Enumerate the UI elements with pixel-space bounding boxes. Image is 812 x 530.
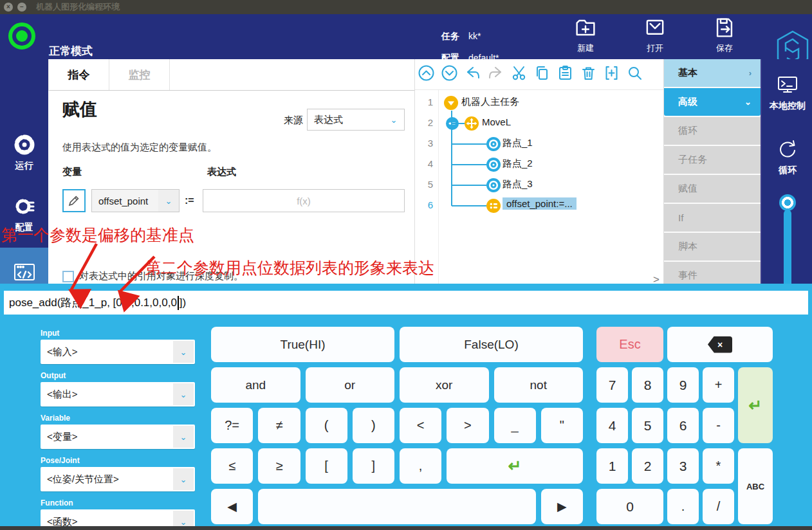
expression-text-after-caret: ]) xyxy=(180,297,186,309)
abc-key[interactable]: ABC xyxy=(738,448,773,524)
scroll-up-icon[interactable] xyxy=(418,64,435,82)
undo-icon[interactable] xyxy=(464,64,481,82)
tree-row-number: 5 xyxy=(415,179,433,190)
speed-slider-track[interactable] xyxy=(784,210,791,293)
keyboard-quick-insert-panel: Input <输入> ⌄ Output <输出> ⌄ Variable <变量>… xyxy=(41,329,195,530)
key-u41[interactable]: ) xyxy=(353,408,394,443)
category-item-5[interactable]: If xyxy=(664,204,761,232)
category-item-1[interactable]: 高级 ⌄ xyxy=(664,88,761,116)
key-u46[interactable]: . xyxy=(667,489,699,524)
expression-editor-input[interactable]: pose_add(路点_1_p, [0,0,0.1,0,0,0 ]) xyxy=(4,291,808,315)
app-header: 正常模式 任务kk* 配置default* 新建 打开 保存 xyxy=(0,14,812,59)
quick-insert-dropdown-value: <输入> xyxy=(41,346,172,358)
key-7[interactable]: 7 xyxy=(596,367,628,403)
key-8[interactable]: 8 xyxy=(632,367,663,403)
key-and[interactable]: and xyxy=(211,367,300,403)
key-_[interactable]: _ xyxy=(494,408,536,443)
key-u42[interactable]: * xyxy=(703,448,734,484)
key-u43[interactable]: + xyxy=(703,367,734,403)
key-xor[interactable]: xor xyxy=(400,367,489,403)
key-not[interactable]: not xyxy=(494,367,584,403)
key-u63u61[interactable]: ?= xyxy=(211,408,253,443)
redo-icon[interactable] xyxy=(487,64,504,82)
header-action-label: 保存 xyxy=(716,42,733,54)
speed-slider-knob[interactable] xyxy=(779,194,796,211)
category-item-4[interactable]: 赋值 xyxy=(664,175,761,203)
copy-icon[interactable] xyxy=(533,64,551,82)
edit-variable-button[interactable] xyxy=(62,189,86,212)
quick-insert-dropdown-2[interactable]: <变量> ⌄ xyxy=(41,425,195,449)
source-dropdown-value: 表达式 xyxy=(308,114,383,126)
enter-key[interactable]: ↵ xyxy=(738,367,773,443)
chevron-down-icon: ⌄ xyxy=(383,109,404,130)
key-2[interactable]: 2 xyxy=(632,448,663,484)
header-action-2[interactable]: 保存 xyxy=(704,17,745,54)
key-u44[interactable]: , xyxy=(400,448,441,484)
cursor-right-key[interactable]: ▶ xyxy=(541,489,583,524)
key-u91[interactable]: [ xyxy=(306,448,347,484)
tree-row-label: 机器人主任务 xyxy=(461,96,519,108)
category-item-0[interactable]: 基本 › xyxy=(664,59,761,87)
esc-key[interactable]: Esc xyxy=(596,327,663,362)
key-u47[interactable]: / xyxy=(703,489,734,524)
key-u93[interactable]: ] xyxy=(353,448,394,484)
right-sidebar-item-0[interactable]: 本地控制 xyxy=(762,73,812,112)
header-action-1[interactable]: 打开 xyxy=(634,17,676,54)
keyboard-main-keys: True(HI)False(LO)andorxornot?=≠()<>_"≤≥[… xyxy=(211,327,583,524)
key-u40[interactable]: ( xyxy=(306,408,347,443)
tab-1[interactable]: 监控 xyxy=(109,59,170,90)
waypoint-icon xyxy=(486,157,501,172)
backspace-key[interactable]: × xyxy=(667,327,773,362)
key-or[interactable]: or xyxy=(306,367,395,403)
key-u45[interactable]: - xyxy=(703,408,734,443)
category-item-3[interactable]: 子任务 xyxy=(664,146,761,174)
key-1[interactable]: 1 xyxy=(596,448,628,484)
enter-key[interactable]: ↵ xyxy=(447,448,583,484)
window-minimize-button[interactable]: − xyxy=(17,3,26,12)
insert-icon[interactable] xyxy=(603,64,620,82)
cut-icon[interactable] xyxy=(510,64,528,82)
right-sidebar-item-1[interactable]: 循环 xyxy=(762,138,812,176)
paste-icon[interactable] xyxy=(557,64,574,82)
chevron-down-icon: ⌄ xyxy=(173,426,194,448)
category-label: If xyxy=(678,212,683,223)
sidebar-item-0[interactable]: 运行 xyxy=(0,130,48,174)
expression-keyboard-overlay: pose_add(路点_1_p, [0,0,0.1,0,0,0 ]) Input… xyxy=(0,284,812,526)
key-u60[interactable]: < xyxy=(400,408,441,443)
key-3[interactable]: 3 xyxy=(667,448,699,484)
key-u8804[interactable]: ≤ xyxy=(211,448,253,484)
quick-insert-label: Pose/Joint xyxy=(41,456,195,465)
key-6[interactable]: 6 xyxy=(667,408,699,443)
scroll-down-icon[interactable] xyxy=(441,64,458,82)
key-0[interactable]: 0 xyxy=(596,489,663,524)
key-4[interactable]: 4 xyxy=(596,408,628,443)
task-value: kk* xyxy=(468,31,481,41)
category-item-2[interactable]: 循环 xyxy=(664,117,761,145)
tab-0[interactable]: 指令 xyxy=(49,59,109,90)
quick-insert-dropdown-1[interactable]: <输出> ⌄ xyxy=(41,382,195,407)
delete-icon[interactable] xyxy=(580,64,597,82)
key-u34[interactable]: " xyxy=(541,408,583,443)
header-action-0[interactable]: 新建 xyxy=(565,17,606,54)
settings-gear-icon xyxy=(12,194,37,219)
key-u62[interactable]: > xyxy=(447,408,488,443)
key-5[interactable]: 5 xyxy=(632,408,663,443)
category-item-6[interactable]: 脚本 xyxy=(664,233,761,260)
source-dropdown[interactable]: 表达式 ⌄ xyxy=(307,109,405,131)
category-label: 赋值 xyxy=(678,183,697,195)
search-icon[interactable] xyxy=(626,64,643,82)
expression-input[interactable]: f(x) xyxy=(203,189,405,212)
key-9[interactable]: 9 xyxy=(667,367,699,403)
cursor-left-key[interactable]: ◀ xyxy=(211,489,253,524)
mode-indicator-icon xyxy=(7,21,37,51)
quick-insert-dropdown-3[interactable]: <位姿/关节位置> ⌄ xyxy=(41,467,195,491)
variable-dropdown[interactable]: offset_point ⌄ xyxy=(91,189,180,212)
window-close-button[interactable]: × xyxy=(4,3,13,12)
key-u8805[interactable]: ≥ xyxy=(258,448,300,484)
quick-insert-dropdown-0[interactable]: <输入> ⌄ xyxy=(41,340,195,364)
key-u8800[interactable]: ≠ xyxy=(258,408,300,443)
space-key[interactable] xyxy=(258,489,536,524)
key-Trueu40HIu41[interactable]: True(HI) xyxy=(211,327,394,362)
key-Falseu40LOu41[interactable]: False(LO) xyxy=(400,327,583,362)
deep-copy-checkbox[interactable] xyxy=(62,271,74,282)
